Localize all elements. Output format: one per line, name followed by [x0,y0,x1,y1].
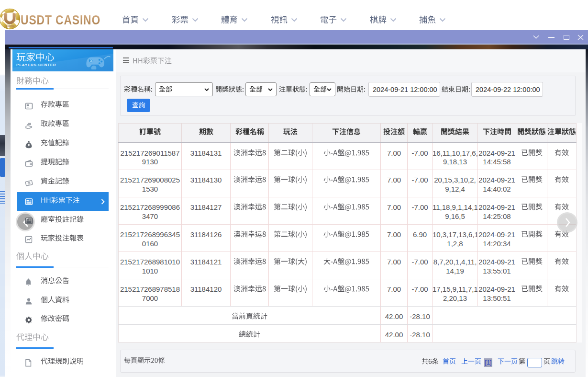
svg-text:CASINO: CASINO [6,25,14,27]
